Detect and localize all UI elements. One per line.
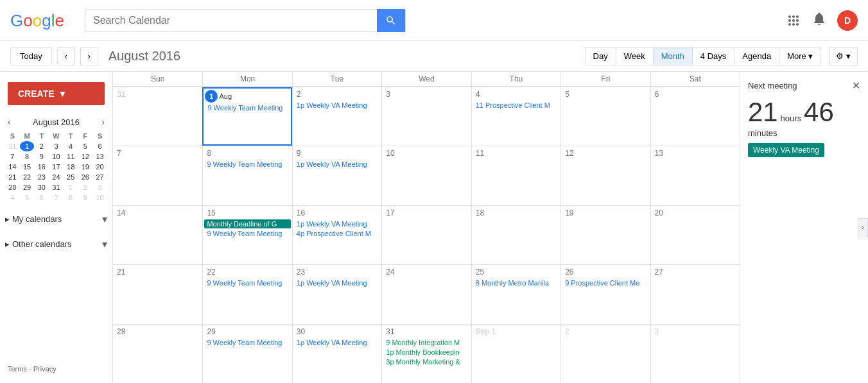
event[interactable]: 9 Prospective Client Me [562, 278, 648, 287]
mini-cal-day[interactable]: 3 [49, 141, 64, 151]
add-my-calendar-button[interactable]: ▾ [102, 213, 107, 225]
mini-cal-day[interactable]: 23 [34, 172, 49, 182]
mini-cal-day[interactable]: 15 [20, 162, 35, 172]
mini-cal-day[interactable]: 17 [49, 162, 64, 172]
create-button[interactable]: CREATE ▼ [8, 82, 105, 105]
mini-cal-day[interactable]: 5 [20, 192, 35, 203]
notifications-icon[interactable] [812, 11, 827, 30]
cal-cell[interactable]: 2 [560, 325, 650, 383]
mini-cal-day[interactable]: 31 [5, 141, 20, 151]
mini-cal-day[interactable]: 13 [92, 151, 107, 162]
mini-next-button[interactable]: › [99, 115, 107, 128]
mini-cal-day[interactable]: 4 [5, 192, 20, 203]
cal-cell[interactable]: 4 11 Prospective Client M [471, 87, 560, 146]
mini-cal-day[interactable]: 4 [64, 141, 78, 151]
mini-cal-day[interactable]: 6 [34, 192, 49, 203]
event[interactable]: 8 Monthly Metro Manila [473, 278, 559, 287]
mini-cal-day[interactable]: 6 [92, 141, 107, 151]
search-input[interactable] [85, 15, 377, 26]
event[interactable]: 4p Prospective Client M [294, 229, 380, 238]
cal-cell[interactable]: 17 [381, 206, 471, 264]
mini-cal-day[interactable]: 9 [78, 192, 93, 203]
cal-cell[interactable]: 27 [650, 265, 740, 323]
add-other-calendar-button[interactable]: ▾ [102, 238, 107, 250]
cal-cell[interactable]: 3 [650, 325, 740, 383]
event[interactable]: 9 Monthly Integration M [383, 338, 469, 347]
mini-cal-day[interactable]: 2 [34, 141, 49, 151]
mini-cal-day[interactable]: 10 [92, 192, 107, 203]
mini-cal-day[interactable]: 7 [49, 192, 64, 203]
terms-link[interactable]: Terms [8, 365, 27, 373]
cal-cell[interactable]: 13 [650, 146, 740, 205]
cal-cell[interactable]: 8 9 Weekly Team Meeting [202, 146, 291, 205]
cal-cell[interactable]: 12 [560, 146, 650, 205]
cal-cell[interactable]: 20 [650, 206, 740, 264]
event[interactable]: 11 Prospective Client M [473, 101, 559, 110]
mini-cal-day[interactable]: 8 [64, 192, 78, 203]
mini-cal-day[interactable]: 25 [64, 172, 78, 182]
meeting-badge[interactable]: Weekly VA Meeting [748, 143, 824, 157]
cal-cell[interactable]: 6 [650, 87, 740, 146]
event[interactable]: 1p Weekly VA Meeting [294, 278, 380, 287]
cal-cell[interactable]: 21 [113, 265, 202, 323]
mini-cal-day[interactable]: 11 [64, 151, 78, 162]
apps-icon[interactable] [786, 13, 801, 28]
settings-button[interactable]: ⚙ ▾ [829, 47, 858, 65]
mini-cal-day[interactable]: 20 [92, 162, 107, 172]
search-button[interactable] [377, 9, 405, 32]
cal-cell[interactable]: 18 [471, 206, 560, 264]
mini-cal-day[interactable]: 29 [20, 182, 35, 192]
week-view-button[interactable]: Week [616, 47, 654, 65]
cal-cell[interactable]: 25 8 Monthly Metro Manila [471, 265, 560, 323]
more-view-button[interactable]: More ▾ [779, 47, 821, 65]
mini-cal-day[interactable]: 7 [5, 151, 20, 162]
event[interactable]: 1p Weekly VA Meeting [294, 219, 380, 228]
cal-cell[interactable]: 31 [113, 87, 202, 146]
cal-cell[interactable]: 26 9 Prospective Client Me [560, 265, 650, 323]
cal-cell[interactable]: 22 9 Weekly Team Meeting [202, 265, 291, 323]
mini-cal-day[interactable]: 1 [20, 141, 35, 151]
mini-cal-day[interactable]: 14 [5, 162, 20, 172]
event[interactable]: 1p Monthly Bookkeepin [383, 348, 469, 357]
cal-cell[interactable]: 24 [381, 265, 471, 323]
mini-cal-day[interactable]: 28 [5, 182, 20, 192]
cal-cell[interactable]: 16 1p Weekly VA Meeting 4p Prospective C… [292, 206, 381, 264]
cal-cell[interactable]: 15 Monthly Deadline of G 9 Weekly Team M… [202, 206, 291, 264]
cal-cell[interactable]: 31 9 Monthly Integration M 1p Monthly Bo… [381, 325, 471, 383]
cal-cell[interactable]: 29 9 Weekly Team Meeting [202, 325, 291, 383]
cal-cell[interactable]: 5 [560, 87, 650, 146]
cal-cell[interactable]: Sep 1 [471, 325, 560, 383]
mini-cal-day[interactable]: 18 [64, 162, 78, 172]
mini-cal-day[interactable]: 24 [49, 172, 64, 182]
event[interactable]: 9 Weekly Team Meeting [204, 278, 290, 287]
mini-cal-day[interactable]: 3 [92, 182, 107, 192]
cal-cell[interactable]: 23 1p Weekly VA Meeting [292, 265, 381, 323]
privacy-link[interactable]: Privacy [33, 365, 56, 373]
event[interactable]: 3p Monthly Marketing & [383, 357, 469, 366]
mini-cal-day[interactable]: 2 [78, 182, 93, 192]
event[interactable]: Monthly Deadline of G [204, 219, 290, 228]
cal-cell[interactable]: 1Aug 9 Weekly Team Meeting [202, 87, 291, 146]
cal-cell[interactable]: 28 [113, 325, 202, 383]
day-view-button[interactable]: Day [585, 47, 616, 65]
my-calendars-header[interactable]: ▸ My calendars ▾ [5, 210, 107, 228]
cal-cell[interactable]: 19 [560, 206, 650, 264]
mini-cal-day[interactable]: 21 [5, 172, 20, 182]
cal-cell[interactable]: 30 1p Weekly VA Meeting [292, 325, 381, 383]
cal-cell[interactable]: 7 [113, 146, 202, 205]
cal-cell[interactable]: 11 [471, 146, 560, 205]
mini-cal-day[interactable]: 10 [49, 151, 64, 162]
today-button[interactable]: Today [10, 47, 52, 65]
event[interactable]: 1p Weekly VA Meeting [294, 160, 380, 169]
cal-cell[interactable]: 3 [381, 87, 471, 146]
collapse-panel-button[interactable]: › [858, 218, 868, 237]
mini-cal-day[interactable]: 12 [78, 151, 93, 162]
mini-cal-day[interactable]: 5 [78, 141, 93, 151]
4days-view-button[interactable]: 4 Days [693, 47, 734, 65]
event[interactable]: 9 Weekly Team Meeting [205, 103, 289, 112]
prev-button[interactable]: ‹ [57, 47, 75, 65]
event[interactable]: 1p Weekly VA Meeting [294, 101, 380, 110]
mini-cal-day[interactable]: 9 [34, 151, 49, 162]
close-icon[interactable]: ✕ [852, 80, 860, 92]
other-calendars-header[interactable]: ▸ Other calendars ▾ [5, 235, 107, 253]
